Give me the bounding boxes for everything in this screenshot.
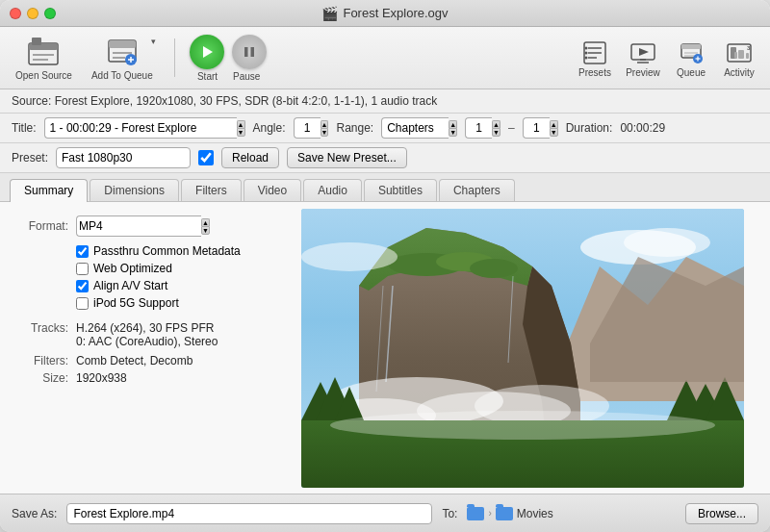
tab-summary[interactable]: Summary [10, 179, 88, 202]
preview-button[interactable]: Preview [622, 37, 664, 80]
format-input[interactable] [76, 215, 201, 237]
queue-dropdown-arrow[interactable]: ▾ [151, 37, 156, 46]
tab-video[interactable]: Video [244, 179, 301, 201]
activity-button[interactable]: 3 Activity [718, 37, 760, 80]
passthru-checkbox[interactable] [76, 245, 89, 258]
source-bar: Source: Forest Explore, 1920x1080, 30 FP… [0, 89, 770, 114]
filters-value: Comb Detect, Decomb [76, 354, 192, 367]
filters-row: Filters: Comb Detect, Decomb [15, 354, 259, 367]
start-button[interactable] [190, 35, 224, 69]
range-from-stepper-down[interactable]: ▼ [492, 128, 500, 137]
format-stepper-down[interactable]: ▼ [201, 226, 210, 235]
tracks-label: Tracks: [15, 321, 68, 348]
align-av-checkbox[interactable] [76, 280, 89, 292]
size-label: Size: [15, 371, 68, 385]
ipod-checkbox[interactable] [76, 297, 89, 310]
left-panel: Format: ▲ ▼ Passthru Common Metadata Web… [0, 202, 274, 494]
title-row: Title: ▲ ▼ Angle: ▲ ▼ Range: ▲ ▼ [0, 114, 770, 143]
angle-input[interactable] [294, 117, 321, 139]
window-controls [10, 8, 56, 19]
browse-button[interactable]: Browse... [685, 503, 758, 524]
activity-label: Activity [724, 67, 755, 78]
range-to-input[interactable] [523, 117, 550, 139]
presets-label: Presets [578, 67, 611, 78]
range-from-stepper-up[interactable]: ▲ [492, 120, 500, 128]
range-to-stepper-down[interactable]: ▼ [550, 128, 558, 137]
activity-icon: 3 [724, 38, 755, 67]
svg-rect-36 [734, 52, 737, 59]
svg-point-61 [330, 411, 715, 440]
svg-rect-27 [681, 44, 701, 49]
range-from-input[interactable] [465, 117, 492, 139]
add-to-queue-label: Add To Queue [91, 70, 153, 81]
presets-button[interactable]: Presets [574, 37, 616, 80]
start-pause-group: Start Pause [190, 35, 267, 82]
preset-row: Preset: Reload Save New Preset... [0, 143, 770, 173]
queue-button[interactable]: Queue [670, 37, 712, 80]
passthru-label: Passthru Common Metadata [93, 244, 241, 258]
tracks-line1: H.264 (x264), 30 FPS PFR [76, 321, 218, 335]
app-window: 🎬 Forest Explore.ogv Open Source [0, 0, 770, 532]
toolbar: Open Source Add To Queue [0, 27, 770, 89]
save-as-input[interactable] [66, 503, 432, 524]
format-stepper-up[interactable]: ▲ [201, 218, 210, 226]
start-label: Start [197, 71, 218, 82]
pause-label: Pause [233, 71, 260, 82]
angle-label: Angle: [253, 121, 286, 135]
presets-icon [579, 38, 610, 67]
format-row: Format: ▲ ▼ [15, 215, 259, 237]
checkbox-align: Align A/V Start [76, 279, 259, 292]
range-type-stepper-down[interactable]: ▼ [449, 128, 457, 137]
save-new-preset-button[interactable]: Save New Preset... [287, 147, 407, 168]
tab-filters[interactable]: Filters [181, 179, 242, 201]
svg-rect-6 [109, 40, 136, 48]
titlebar: 🎬 Forest Explore.ogv [0, 0, 770, 27]
tab-chapters[interactable]: Chapters [439, 179, 515, 201]
preview-icon [628, 38, 658, 67]
svg-rect-14 [250, 47, 254, 57]
range-type-input[interactable] [381, 117, 449, 139]
range-type-stepper-up[interactable]: ▲ [449, 120, 457, 128]
tab-dimensions[interactable]: Dimensions [90, 179, 179, 201]
angle-stepper-up[interactable]: ▲ [321, 120, 329, 128]
checkbox-passthru: Passthru Common Metadata [76, 244, 259, 258]
svg-rect-13 [244, 47, 248, 57]
reload-button[interactable]: Reload [221, 147, 279, 168]
preset-label: Preset: [12, 151, 48, 165]
angle-stepper-down[interactable]: ▼ [321, 128, 329, 137]
video-thumbnail [301, 209, 744, 488]
preset-checkbox[interactable] [198, 150, 214, 165]
svg-point-21 [585, 56, 588, 59]
range-to-stepper-up[interactable]: ▲ [550, 120, 558, 128]
title-stepper-up[interactable]: ▲ [237, 120, 245, 128]
svg-marker-12 [203, 46, 213, 58]
title-input[interactable] [44, 117, 237, 139]
svg-marker-25 [639, 48, 649, 56]
source-text: Source: Forest Explore, 1920x1080, 30 FP… [12, 94, 437, 108]
add-to-queue-icon [105, 35, 140, 69]
open-source-label: Open Source [15, 70, 72, 81]
main-content: Format: ▲ ▼ Passthru Common Metadata Web… [0, 202, 770, 494]
filters-label: Filters: [15, 354, 68, 367]
preset-input[interactable] [56, 147, 191, 168]
pause-button[interactable] [232, 35, 267, 69]
svg-point-20 [585, 51, 588, 54]
web-optimized-checkbox[interactable] [76, 263, 89, 275]
open-source-button[interactable]: Open Source [10, 33, 78, 83]
format-label: Format: [15, 219, 68, 233]
title-stepper-down[interactable]: ▼ [237, 128, 245, 137]
tab-subtitles[interactable]: Subtitles [364, 179, 437, 201]
open-source-icon [26, 35, 61, 69]
tracks-row: Tracks: H.264 (x264), 30 FPS PFR 0: AAC … [15, 321, 259, 348]
close-button[interactable] [10, 8, 21, 19]
maximize-button[interactable] [44, 8, 56, 19]
ipod-label: iPod 5G Support [93, 296, 179, 310]
dest-folder-icon [496, 507, 513, 520]
tab-audio[interactable]: Audio [303, 179, 362, 201]
source-folder-icon [467, 507, 484, 520]
minimize-button[interactable] [27, 8, 38, 19]
add-to-queue-button[interactable]: Add To Queue ▾ [88, 33, 160, 83]
checkbox-web: Web Optimized [76, 262, 259, 275]
save-as-label: Save As: [12, 507, 57, 520]
duration-label: Duration: [566, 121, 613, 135]
